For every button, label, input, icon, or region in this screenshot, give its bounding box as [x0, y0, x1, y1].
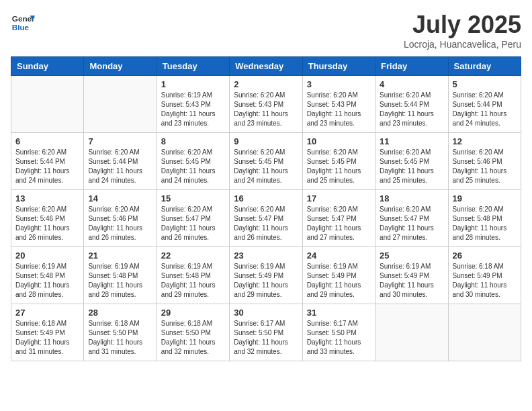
day-number: 28 [88, 308, 152, 318]
day-number: 21 [88, 250, 152, 261]
calendar-cell: 15Sunrise: 6:20 AMSunset: 5:47 PMDayligh… [157, 190, 229, 247]
day-number: 31 [307, 308, 371, 318]
day-number: 12 [453, 136, 517, 146]
day-info: Sunrise: 6:20 AMSunset: 5:45 PMDaylight:… [161, 148, 225, 185]
calendar-cell: 13Sunrise: 6:20 AMSunset: 5:46 PMDayligh… [11, 190, 84, 247]
day-info: Sunrise: 6:20 AMSunset: 5:47 PMDaylight:… [234, 205, 298, 242]
calendar-cell: 20Sunrise: 6:19 AMSunset: 5:48 PMDayligh… [11, 247, 84, 304]
calendar-table: SundayMondayTuesdayWednesdayThursdayFrid… [11, 56, 521, 361]
column-header-tuesday: Tuesday [157, 57, 229, 76]
day-info: Sunrise: 6:20 AMSunset: 5:45 PMDaylight:… [380, 148, 443, 185]
calendar-cell: 2Sunrise: 6:20 AMSunset: 5:43 PMDaylight… [230, 76, 302, 133]
day-info: Sunrise: 6:19 AMSunset: 5:49 PMDaylight:… [307, 262, 371, 300]
day-number: 27 [15, 308, 79, 318]
day-number: 15 [161, 193, 225, 203]
day-info: Sunrise: 6:20 AMSunset: 5:44 PMDaylight:… [88, 148, 152, 185]
day-info: Sunrise: 6:20 AMSunset: 5:47 PMDaylight:… [307, 205, 371, 242]
day-info: Sunrise: 6:19 AMSunset: 5:49 PMDaylight:… [234, 262, 298, 300]
day-info: Sunrise: 6:20 AMSunset: 5:46 PMDaylight:… [15, 205, 79, 242]
day-info: Sunrise: 6:17 AMSunset: 5:50 PMDaylight:… [234, 319, 298, 357]
calendar-cell: 23Sunrise: 6:19 AMSunset: 5:49 PMDayligh… [230, 247, 302, 304]
day-number: 19 [453, 193, 517, 203]
calendar-cell: 14Sunrise: 6:20 AMSunset: 5:46 PMDayligh… [84, 190, 157, 247]
svg-text:Blue: Blue [12, 23, 30, 32]
calendar-cell [375, 304, 448, 361]
week-row-2: 6Sunrise: 6:20 AMSunset: 5:44 PMDaylight… [11, 133, 521, 190]
calendar-cell: 21Sunrise: 6:19 AMSunset: 5:48 PMDayligh… [84, 247, 157, 304]
day-info: Sunrise: 6:18 AMSunset: 5:50 PMDaylight:… [88, 319, 152, 357]
calendar-cell [448, 304, 521, 361]
column-header-saturday: Saturday [448, 57, 521, 76]
calendar-cell: 3Sunrise: 6:20 AMSunset: 5:43 PMDaylight… [302, 76, 375, 133]
day-info: Sunrise: 6:17 AMSunset: 5:50 PMDaylight:… [307, 319, 371, 357]
day-info: Sunrise: 6:20 AMSunset: 5:45 PMDaylight:… [234, 148, 298, 185]
day-number: 20 [15, 250, 79, 261]
calendar-cell: 10Sunrise: 6:20 AMSunset: 5:45 PMDayligh… [302, 133, 375, 190]
page-header: General Blue July 2025 Locroja, Huancave… [11, 11, 521, 50]
day-number: 9 [234, 136, 298, 146]
title-section: July 2025 Locroja, Huancavelica, Peru [404, 11, 521, 50]
calendar-cell: 9Sunrise: 6:20 AMSunset: 5:45 PMDaylight… [230, 133, 302, 190]
day-info: Sunrise: 6:20 AMSunset: 5:46 PMDaylight:… [88, 205, 152, 242]
calendar-cell: 8Sunrise: 6:20 AMSunset: 5:45 PMDaylight… [157, 133, 229, 190]
day-info: Sunrise: 6:20 AMSunset: 5:43 PMDaylight:… [307, 91, 371, 128]
day-number: 11 [380, 136, 443, 146]
day-info: Sunrise: 6:20 AMSunset: 5:48 PMDaylight:… [453, 205, 517, 242]
day-number: 22 [161, 250, 225, 261]
calendar-header-row: SundayMondayTuesdayWednesdayThursdayFrid… [11, 57, 521, 76]
column-header-thursday: Thursday [302, 57, 375, 76]
day-info: Sunrise: 6:18 AMSunset: 5:49 PMDaylight:… [15, 319, 79, 357]
day-info: Sunrise: 6:19 AMSunset: 5:49 PMDaylight:… [380, 262, 443, 300]
location-subtitle: Locroja, Huancavelica, Peru [404, 39, 521, 50]
calendar-cell: 6Sunrise: 6:20 AMSunset: 5:44 PMDaylight… [11, 133, 84, 190]
week-row-4: 20Sunrise: 6:19 AMSunset: 5:48 PMDayligh… [11, 247, 521, 304]
day-number: 18 [380, 193, 443, 203]
calendar-cell: 12Sunrise: 6:20 AMSunset: 5:46 PMDayligh… [448, 133, 521, 190]
day-number: 23 [234, 250, 298, 261]
calendar-cell: 29Sunrise: 6:18 AMSunset: 5:50 PMDayligh… [157, 304, 229, 361]
column-header-friday: Friday [375, 57, 448, 76]
day-info: Sunrise: 6:20 AMSunset: 5:45 PMDaylight:… [307, 148, 371, 185]
calendar-cell: 19Sunrise: 6:20 AMSunset: 5:48 PMDayligh… [448, 190, 521, 247]
calendar-cell: 24Sunrise: 6:19 AMSunset: 5:49 PMDayligh… [302, 247, 375, 304]
calendar-cell [84, 76, 157, 133]
calendar-cell: 25Sunrise: 6:19 AMSunset: 5:49 PMDayligh… [375, 247, 448, 304]
calendar-cell: 28Sunrise: 6:18 AMSunset: 5:50 PMDayligh… [84, 304, 157, 361]
calendar-cell: 5Sunrise: 6:20 AMSunset: 5:44 PMDaylight… [448, 76, 521, 133]
day-info: Sunrise: 6:20 AMSunset: 5:46 PMDaylight:… [453, 148, 517, 185]
week-row-5: 27Sunrise: 6:18 AMSunset: 5:49 PMDayligh… [11, 304, 521, 361]
calendar-cell: 1Sunrise: 6:19 AMSunset: 5:43 PMDaylight… [157, 76, 229, 133]
day-info: Sunrise: 6:18 AMSunset: 5:50 PMDaylight:… [161, 319, 225, 357]
day-number: 29 [161, 308, 225, 318]
calendar-cell: 16Sunrise: 6:20 AMSunset: 5:47 PMDayligh… [230, 190, 302, 247]
day-info: Sunrise: 6:20 AMSunset: 5:44 PMDaylight:… [380, 91, 443, 128]
day-info: Sunrise: 6:20 AMSunset: 5:47 PMDaylight:… [380, 205, 443, 242]
calendar-cell: 7Sunrise: 6:20 AMSunset: 5:44 PMDaylight… [84, 133, 157, 190]
day-number: 5 [453, 79, 517, 89]
day-info: Sunrise: 6:19 AMSunset: 5:48 PMDaylight:… [15, 262, 79, 300]
day-number: 16 [234, 193, 298, 203]
day-number: 10 [307, 136, 371, 146]
day-info: Sunrise: 6:19 AMSunset: 5:48 PMDaylight:… [88, 262, 152, 300]
day-number: 2 [234, 79, 298, 89]
day-number: 30 [234, 308, 298, 318]
day-number: 6 [15, 136, 79, 146]
calendar-cell: 27Sunrise: 6:18 AMSunset: 5:49 PMDayligh… [11, 304, 84, 361]
day-number: 14 [88, 193, 152, 203]
logo: General Blue [11, 11, 35, 35]
day-number: 13 [15, 193, 79, 203]
day-number: 26 [453, 250, 517, 261]
svg-text:General: General [12, 14, 35, 23]
day-number: 7 [88, 136, 152, 146]
logo-icon: General Blue [11, 11, 35, 35]
day-info: Sunrise: 6:19 AMSunset: 5:48 PMDaylight:… [161, 262, 225, 300]
week-row-3: 13Sunrise: 6:20 AMSunset: 5:46 PMDayligh… [11, 190, 521, 247]
column-header-sunday: Sunday [11, 57, 84, 76]
calendar-cell: 30Sunrise: 6:17 AMSunset: 5:50 PMDayligh… [230, 304, 302, 361]
day-info: Sunrise: 6:20 AMSunset: 5:44 PMDaylight:… [15, 148, 79, 185]
day-number: 24 [307, 250, 371, 261]
day-info: Sunrise: 6:20 AMSunset: 5:43 PMDaylight:… [234, 91, 298, 128]
day-info: Sunrise: 6:18 AMSunset: 5:49 PMDaylight:… [453, 262, 517, 300]
day-number: 8 [161, 136, 225, 146]
calendar-cell: 26Sunrise: 6:18 AMSunset: 5:49 PMDayligh… [448, 247, 521, 304]
